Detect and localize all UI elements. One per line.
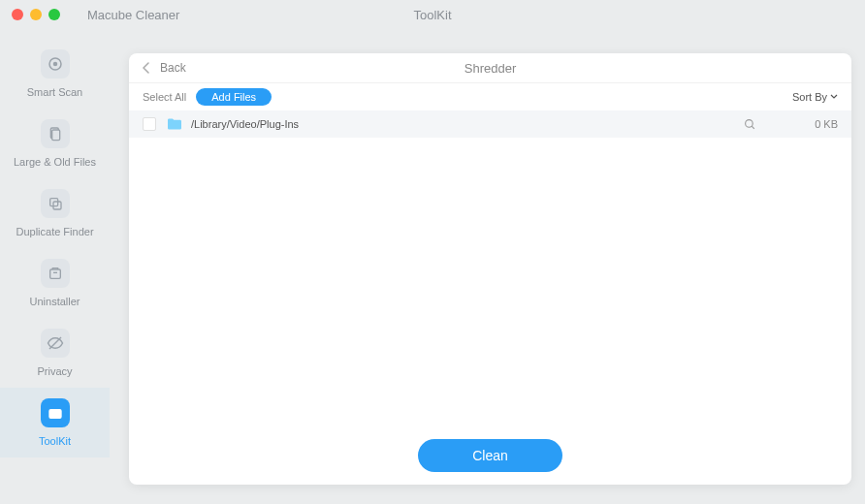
close-window-button[interactable] xyxy=(12,9,23,20)
sidebar-item-label: ToolKit xyxy=(39,435,71,447)
svg-point-10 xyxy=(52,413,54,415)
sort-by-label: Sort By xyxy=(792,91,827,103)
sidebar-item-large-old-files[interactable]: Large & Old Files xyxy=(0,109,110,178)
sidebar-item-toolkit[interactable]: ToolKit xyxy=(0,388,110,457)
scan-target-icon xyxy=(41,49,70,79)
svg-point-11 xyxy=(56,413,58,415)
sidebar-item-privacy[interactable]: Privacy xyxy=(0,318,110,388)
file-stack-icon xyxy=(41,119,70,148)
minimize-window-button[interactable] xyxy=(30,9,42,20)
file-checkbox[interactable] xyxy=(143,117,156,131)
duplicate-icon xyxy=(41,189,70,218)
file-list: /Library/Video/Plug-Ins 0 KB xyxy=(129,110,851,426)
search-icon[interactable] xyxy=(744,118,756,131)
back-button[interactable]: Back xyxy=(143,61,186,75)
svg-point-12 xyxy=(746,119,753,127)
svg-point-1 xyxy=(53,63,56,66)
svg-rect-3 xyxy=(51,130,59,141)
add-files-button[interactable]: Add Files xyxy=(196,88,272,106)
sidebar-item-label: Uninstaller xyxy=(30,296,80,307)
select-all-button[interactable]: Select All xyxy=(143,91,186,103)
panel-title: Shredder xyxy=(465,61,516,76)
sort-by-dropdown[interactable]: Sort By xyxy=(792,91,838,103)
privacy-eye-icon xyxy=(41,329,70,358)
window-title: ToolKit xyxy=(413,8,451,22)
maximize-window-button[interactable] xyxy=(48,9,60,20)
titlebar: Macube Cleaner ToolKit xyxy=(0,0,865,29)
sidebar-item-label: Large & Old Files xyxy=(14,156,96,168)
file-row[interactable]: /Library/Video/Plug-Ins 0 KB xyxy=(129,110,851,138)
uninstall-icon xyxy=(41,259,70,288)
folder-icon xyxy=(166,117,183,131)
sidebar-item-smart-scan[interactable]: Smart Scan xyxy=(0,39,110,109)
toolkit-icon xyxy=(41,398,70,427)
sidebar-item-label: Privacy xyxy=(37,365,72,377)
sidebar: Smart Scan Large & Old Files Duplicate F… xyxy=(0,29,110,504)
sidebar-item-uninstaller[interactable]: Uninstaller xyxy=(0,248,110,318)
panel-header: Back Shredder xyxy=(129,53,851,83)
sidebar-item-duplicate-finder[interactable]: Duplicate Finder xyxy=(0,178,110,248)
file-size: 0 KB xyxy=(815,118,838,130)
svg-rect-9 xyxy=(49,410,61,419)
app-name: Macube Cleaner xyxy=(87,8,179,22)
panel-footer: Clean xyxy=(129,426,851,485)
sidebar-item-label: Duplicate Finder xyxy=(16,226,93,237)
sidebar-item-label: Smart Scan xyxy=(27,86,82,98)
window-controls xyxy=(12,9,60,20)
back-label: Back xyxy=(160,61,186,75)
file-path: /Library/Video/Plug-Ins xyxy=(191,118,744,130)
chevron-down-icon xyxy=(830,94,838,100)
main-container: Smart Scan Large & Old Files Duplicate F… xyxy=(0,29,865,504)
shredder-panel: Back Shredder Select All Add Files Sort … xyxy=(129,53,851,485)
svg-rect-6 xyxy=(49,269,60,278)
chevron-left-icon xyxy=(143,62,150,74)
svg-line-13 xyxy=(752,126,754,129)
toolbar: Select All Add Files Sort By xyxy=(129,83,851,110)
clean-button[interactable]: Clean xyxy=(418,439,562,472)
content-area: Back Shredder Select All Add Files Sort … xyxy=(110,29,865,504)
